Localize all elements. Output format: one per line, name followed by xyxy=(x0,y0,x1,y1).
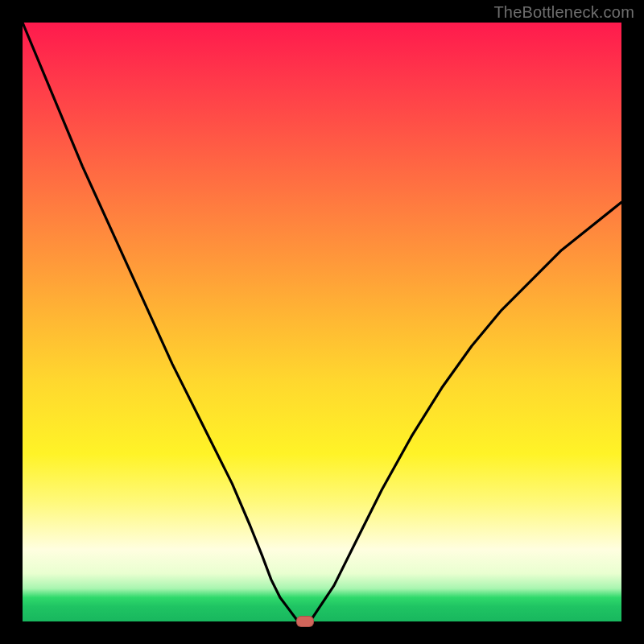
bottleneck-curve xyxy=(23,23,621,621)
minimum-marker xyxy=(296,616,314,627)
chart-frame: TheBottleneck.com xyxy=(0,0,644,644)
watermark-text: TheBottleneck.com xyxy=(493,3,634,22)
plot-area xyxy=(23,23,621,621)
